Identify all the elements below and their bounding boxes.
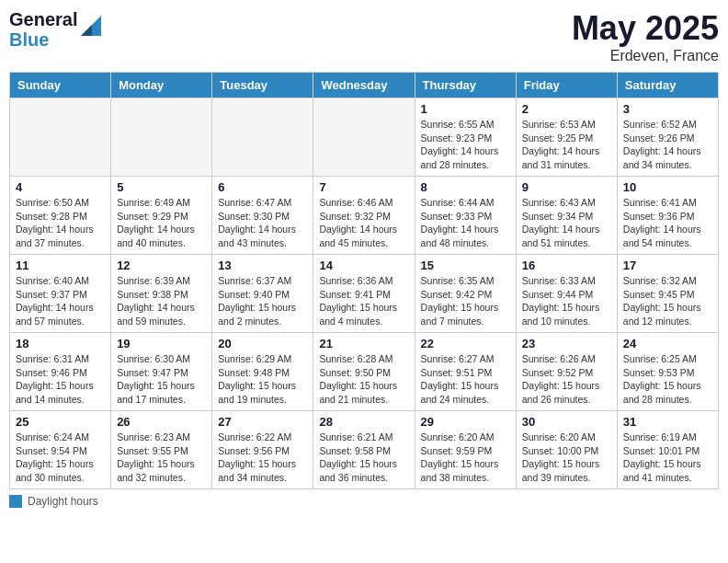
logo: GeneralBlue <box>9 9 101 50</box>
day-number: 7 <box>319 180 408 194</box>
day-info: Sunrise: 6:47 AM Sunset: 9:30 PM Dayligh… <box>218 196 307 250</box>
day-info: Sunrise: 6:28 AM Sunset: 9:50 PM Dayligh… <box>319 352 408 407</box>
title-area: May 2025 Erdeven, France <box>572 9 719 64</box>
calendar-cell <box>10 98 111 177</box>
day-number: 4 <box>16 180 105 194</box>
day-header-sunday: Sunday <box>10 73 111 98</box>
calendar-cell: 8Sunrise: 6:44 AM Sunset: 9:33 PM Daylig… <box>415 177 516 255</box>
day-number: 6 <box>218 180 307 194</box>
calendar-cell: 27Sunrise: 6:22 AM Sunset: 9:56 PM Dayli… <box>212 411 313 489</box>
calendar-cell <box>111 98 212 177</box>
week-row-1: 1Sunrise: 6:55 AM Sunset: 9:23 PM Daylig… <box>10 98 719 177</box>
calendar-cell: 10Sunrise: 6:41 AM Sunset: 9:36 PM Dayli… <box>617 177 718 255</box>
day-info: Sunrise: 6:43 AM Sunset: 9:34 PM Dayligh… <box>522 196 611 250</box>
week-row-5: 25Sunrise: 6:24 AM Sunset: 9:54 PM Dayli… <box>10 411 719 489</box>
calendar-cell: 3Sunrise: 6:52 AM Sunset: 9:26 PM Daylig… <box>617 98 718 177</box>
day-info: Sunrise: 6:53 AM Sunset: 9:25 PM Dayligh… <box>522 118 611 172</box>
footer-note: Daylight hours <box>9 495 719 508</box>
calendar-cell: 11Sunrise: 6:40 AM Sunset: 9:37 PM Dayli… <box>10 255 111 333</box>
day-info: Sunrise: 6:21 AM Sunset: 9:58 PM Dayligh… <box>319 431 408 485</box>
calendar-cell: 24Sunrise: 6:25 AM Sunset: 9:53 PM Dayli… <box>617 333 718 411</box>
day-info: Sunrise: 6:31 AM Sunset: 9:46 PM Dayligh… <box>16 352 105 407</box>
day-number: 20 <box>218 337 307 350</box>
day-number: 10 <box>623 180 712 194</box>
calendar-cell: 30Sunrise: 6:20 AM Sunset: 10:00 PM Dayl… <box>516 411 617 489</box>
calendar-cell: 28Sunrise: 6:21 AM Sunset: 9:58 PM Dayli… <box>313 411 415 489</box>
month-title: May 2025 <box>572 9 719 48</box>
calendar-header-row: SundayMondayTuesdayWednesdayThursdayFrid… <box>10 73 719 98</box>
day-number: 19 <box>117 337 206 350</box>
day-number: 16 <box>522 259 611 272</box>
day-info: Sunrise: 6:22 AM Sunset: 9:56 PM Dayligh… <box>218 431 307 485</box>
day-header-tuesday: Tuesday <box>212 73 313 98</box>
day-number: 26 <box>117 415 206 429</box>
day-info: Sunrise: 6:26 AM Sunset: 9:52 PM Dayligh… <box>522 352 611 407</box>
day-header-thursday: Thursday <box>415 73 516 98</box>
svg-marker-1 <box>81 25 92 36</box>
day-info: Sunrise: 6:23 AM Sunset: 9:55 PM Dayligh… <box>117 431 206 485</box>
day-info: Sunrise: 6:27 AM Sunset: 9:51 PM Dayligh… <box>421 352 510 407</box>
calendar-cell: 20Sunrise: 6:29 AM Sunset: 9:48 PM Dayli… <box>212 333 313 411</box>
calendar-cell: 21Sunrise: 6:28 AM Sunset: 9:50 PM Dayli… <box>313 333 415 411</box>
day-info: Sunrise: 6:30 AM Sunset: 9:47 PM Dayligh… <box>117 352 206 407</box>
calendar-cell: 31Sunrise: 6:19 AM Sunset: 10:01 PM Dayl… <box>617 411 718 489</box>
calendar-cell: 4Sunrise: 6:50 AM Sunset: 9:28 PM Daylig… <box>10 177 111 255</box>
day-info: Sunrise: 6:20 AM Sunset: 10:00 PM Daylig… <box>522 431 611 485</box>
day-number: 1 <box>421 102 510 116</box>
calendar-cell <box>313 98 415 177</box>
calendar-cell: 13Sunrise: 6:37 AM Sunset: 9:40 PM Dayli… <box>212 255 313 333</box>
day-info: Sunrise: 6:46 AM Sunset: 9:32 PM Dayligh… <box>319 196 408 250</box>
day-info: Sunrise: 6:33 AM Sunset: 9:44 PM Dayligh… <box>522 274 611 328</box>
day-number: 11 <box>16 259 105 272</box>
day-number: 14 <box>319 259 408 272</box>
calendar-cell <box>212 98 313 177</box>
day-number: 15 <box>421 259 510 272</box>
week-row-2: 4Sunrise: 6:50 AM Sunset: 9:28 PM Daylig… <box>10 177 719 255</box>
day-info: Sunrise: 6:49 AM Sunset: 9:29 PM Dayligh… <box>117 196 206 250</box>
day-number: 29 <box>421 415 510 429</box>
calendar-cell: 19Sunrise: 6:30 AM Sunset: 9:47 PM Dayli… <box>111 333 212 411</box>
day-number: 23 <box>522 337 611 350</box>
calendar-cell: 7Sunrise: 6:46 AM Sunset: 9:32 PM Daylig… <box>313 177 415 255</box>
day-info: Sunrise: 6:41 AM Sunset: 9:36 PM Dayligh… <box>623 196 712 250</box>
day-info: Sunrise: 6:19 AM Sunset: 10:01 PM Daylig… <box>623 431 712 485</box>
legend-box <box>9 495 22 508</box>
day-header-monday: Monday <box>111 73 212 98</box>
calendar-cell: 2Sunrise: 6:53 AM Sunset: 9:25 PM Daylig… <box>516 98 617 177</box>
footer-label: Daylight hours <box>28 495 98 508</box>
day-number: 8 <box>421 180 510 194</box>
location-title: Erdeven, France <box>572 48 719 64</box>
day-info: Sunrise: 6:25 AM Sunset: 9:53 PM Dayligh… <box>623 352 712 407</box>
week-row-3: 11Sunrise: 6:40 AM Sunset: 9:37 PM Dayli… <box>10 255 719 333</box>
day-number: 12 <box>117 259 206 272</box>
day-number: 28 <box>319 415 408 429</box>
calendar-cell: 25Sunrise: 6:24 AM Sunset: 9:54 PM Dayli… <box>10 411 111 489</box>
day-info: Sunrise: 6:24 AM Sunset: 9:54 PM Dayligh… <box>16 431 105 485</box>
header: GeneralBlue May 2025 Erdeven, France <box>9 9 719 64</box>
day-number: 31 <box>623 415 712 429</box>
day-info: Sunrise: 6:36 AM Sunset: 9:41 PM Dayligh… <box>319 274 408 328</box>
calendar-cell: 26Sunrise: 6:23 AM Sunset: 9:55 PM Dayli… <box>111 411 212 489</box>
day-number: 5 <box>117 180 206 194</box>
day-number: 30 <box>522 415 611 429</box>
day-number: 24 <box>623 337 712 350</box>
day-info: Sunrise: 6:44 AM Sunset: 9:33 PM Dayligh… <box>421 196 510 250</box>
calendar-cell: 23Sunrise: 6:26 AM Sunset: 9:52 PM Dayli… <box>516 333 617 411</box>
calendar-cell: 16Sunrise: 6:33 AM Sunset: 9:44 PM Dayli… <box>516 255 617 333</box>
calendar-cell: 12Sunrise: 6:39 AM Sunset: 9:38 PM Dayli… <box>111 255 212 333</box>
day-info: Sunrise: 6:39 AM Sunset: 9:38 PM Dayligh… <box>117 274 206 328</box>
day-number: 17 <box>623 259 712 272</box>
calendar-cell: 14Sunrise: 6:36 AM Sunset: 9:41 PM Dayli… <box>313 255 415 333</box>
calendar-cell: 29Sunrise: 6:20 AM Sunset: 9:59 PM Dayli… <box>415 411 516 489</box>
calendar-cell: 15Sunrise: 6:35 AM Sunset: 9:42 PM Dayli… <box>415 255 516 333</box>
day-header-friday: Friday <box>516 73 617 98</box>
day-number: 3 <box>623 102 712 116</box>
day-info: Sunrise: 6:35 AM Sunset: 9:42 PM Dayligh… <box>421 274 510 328</box>
day-header-wednesday: Wednesday <box>313 73 415 98</box>
day-header-saturday: Saturday <box>617 73 718 98</box>
calendar-cell: 5Sunrise: 6:49 AM Sunset: 9:29 PM Daylig… <box>111 177 212 255</box>
calendar-cell: 6Sunrise: 6:47 AM Sunset: 9:30 PM Daylig… <box>212 177 313 255</box>
day-number: 21 <box>319 337 408 350</box>
calendar-cell: 1Sunrise: 6:55 AM Sunset: 9:23 PM Daylig… <box>415 98 516 177</box>
day-number: 2 <box>522 102 611 116</box>
